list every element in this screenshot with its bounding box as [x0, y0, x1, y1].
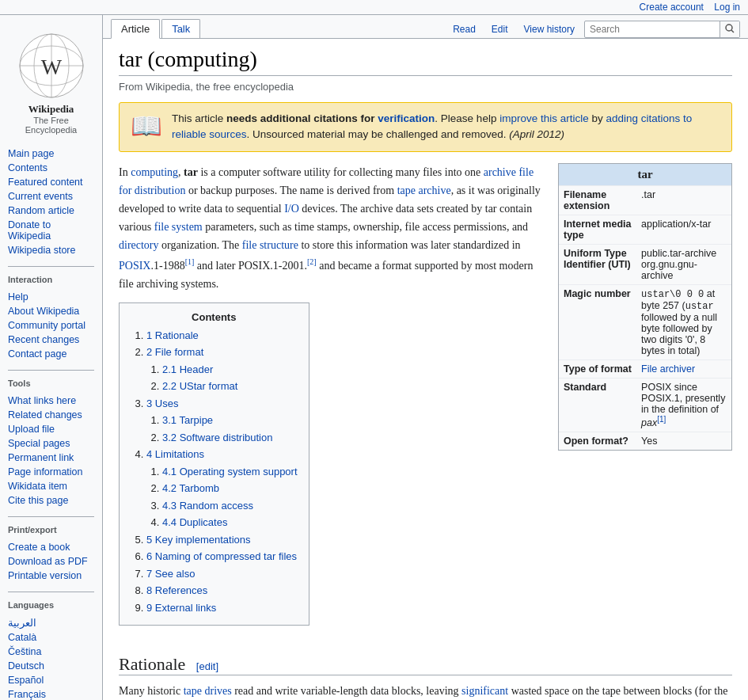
toc-link-2-2[interactable]: 2.2 UStar format	[162, 380, 237, 392]
toc-item-3: 3 Uses 3.1 Tarpipe 3.2 Software distribu…	[146, 396, 298, 446]
toc-item-2: 2 File format 2.1 Header 2.2 UStar forma…	[146, 344, 298, 394]
sidebar-item-store[interactable]: Wikipedia store	[8, 243, 94, 257]
directory-link[interactable]: directory	[119, 239, 159, 251]
toc-link-5[interactable]: 5 Key implementations	[146, 534, 251, 546]
tab-talk[interactable]: Talk	[161, 19, 200, 38]
toc-link-4-3[interactable]: 4.3 Random access	[162, 500, 253, 512]
filesystem-link[interactable]: file system	[154, 221, 203, 233]
tape-drives-link[interactable]: tape drives	[184, 685, 232, 697]
infobox-row-filename: Filename extension .tar	[559, 185, 731, 215]
svg-line-7	[731, 30, 734, 32]
article: tar (computing) From Wikipedia, the free…	[103, 39, 748, 700]
sidebar-lang-deutsch[interactable]: Deutsch	[8, 659, 94, 673]
toc-item-9: 9 External links	[146, 600, 298, 616]
toc-link-2[interactable]: 2 File format	[146, 346, 203, 358]
sidebar-item-create-book[interactable]: Create a book	[8, 540, 94, 554]
sidebar-divider-4	[8, 592, 94, 592]
infobox-value-type: File archiver	[636, 360, 731, 378]
infobox-table: Filename extension .tar Internet media t…	[559, 185, 731, 450]
infobox-label-media-type: Internet media type	[559, 215, 636, 244]
top-bar: Create account Log in	[0, 0, 748, 15]
infobox-row-open: Open format? Yes	[559, 432, 731, 450]
toc-link-3[interactable]: 3 Uses	[146, 398, 178, 409]
sidebar-lang-espanol[interactable]: Español	[8, 673, 94, 687]
sidebar-item-contact[interactable]: Contact page	[8, 347, 94, 361]
toc-link-4[interactable]: 4 Limitations	[146, 448, 204, 460]
sidebar-item-special-pages[interactable]: Special pages	[8, 436, 94, 451]
toc-link-3-2[interactable]: 3.2 Software distribution	[162, 432, 272, 443]
toc-link-4-4[interactable]: 4.4 Duplicates	[162, 516, 227, 528]
sidebar-item-donate[interactable]: Donate to Wikipedia	[8, 218, 94, 243]
toc-link-6[interactable]: 6 Naming of compressed tar files	[146, 550, 297, 562]
sidebar-item-printable[interactable]: Printable version	[8, 569, 94, 583]
toc-link-8[interactable]: 8 References	[146, 584, 207, 596]
notice-text: This article needs additional citations …	[172, 111, 720, 143]
toc-link-4-2[interactable]: 4.2 Tarbomb	[162, 482, 219, 494]
sidebar-print-label: Print/export	[0, 522, 102, 536]
infobox: tar Filename extension .tar Internet med…	[558, 163, 732, 451]
view-history-link[interactable]: View history	[518, 21, 581, 38]
sidebar-interaction-label: Interaction	[0, 272, 102, 286]
toc-item-4-1: 4.1 Operating system support	[162, 464, 298, 480]
verification-link[interactable]: verification	[378, 112, 435, 124]
sidebar-lang-cestina[interactable]: Čeština	[8, 645, 94, 659]
search-button[interactable]	[720, 21, 739, 37]
toc-link-2-1[interactable]: 2.1 Header	[162, 363, 213, 375]
sidebar-item-help[interactable]: Help	[8, 290, 94, 304]
rationale-edit-link[interactable]: edit	[199, 660, 215, 672]
ref2-link[interactable]: [2]	[307, 257, 317, 266]
toc-item-2-2: 2.2 UStar format	[162, 379, 298, 394]
ref1-link[interactable]: [1]	[185, 257, 195, 266]
posix-link[interactable]: POSIX	[119, 260, 150, 272]
sidebar-item-download-pdf[interactable]: Download as PDF	[8, 554, 94, 569]
sidebar-item-wikidata[interactable]: Wikidata item	[8, 479, 94, 493]
sidebar-item-related-changes[interactable]: Related changes	[8, 408, 94, 422]
infobox-row-magic: Magic number ustar\0 0 0 at byte 257 (us…	[559, 284, 731, 360]
sidebar-item-random-article[interactable]: Random article	[8, 204, 94, 218]
toc-link-3-1[interactable]: 3.1 Tarpipe	[162, 414, 213, 426]
sidebar-tools-section: What links here Related changes Upload f…	[0, 390, 102, 512]
significant-link[interactable]: significant	[461, 685, 508, 697]
search-icon	[725, 24, 735, 33]
article-tagline: From Wikipedia, the free encyclopedia	[119, 81, 732, 93]
toc-link-4-1[interactable]: 4.1 Operating system support	[162, 466, 298, 477]
edit-link[interactable]: Edit	[485, 21, 514, 38]
sidebar-item-featured-content[interactable]: Featured content	[8, 175, 94, 189]
create-account-link[interactable]: Create account	[640, 2, 704, 13]
archive-file-link[interactable]: archive file for distribution	[119, 166, 533, 196]
computing-link[interactable]: computing	[131, 166, 178, 178]
sidebar-lang-catala[interactable]: Català	[8, 630, 94, 645]
io-link[interactable]: I/O	[284, 203, 299, 215]
sidebar-item-cite-page[interactable]: Cite this page	[8, 493, 94, 508]
sidebar-logo-title: Wikipedia	[8, 103, 94, 116]
file-structure-link[interactable]: file structure	[242, 239, 298, 251]
infobox-value-standard: POSIX since POSIX.1, presently in the de…	[636, 378, 731, 432]
tab-article[interactable]: Article	[111, 19, 160, 39]
toc-link-9[interactable]: 9 External links	[146, 602, 216, 614]
sidebar-item-contents[interactable]: Contents	[8, 161, 94, 175]
tape-archive-link[interactable]: tape archive	[397, 185, 451, 196]
search-box	[584, 21, 740, 38]
toc-link-1[interactable]: 1 Rationale	[146, 329, 199, 341]
log-in-link[interactable]: Log in	[714, 2, 740, 13]
pax-ref[interactable]: [1]	[657, 415, 666, 424]
sidebar-lang-francais[interactable]: Français	[8, 687, 94, 700]
search-input[interactable]	[585, 21, 720, 37]
improve-article-link[interactable]: improve this article	[499, 112, 589, 124]
sidebar-item-page-info[interactable]: Page information	[8, 465, 94, 479]
sidebar-item-main-page[interactable]: Main page	[8, 146, 94, 161]
sidebar-languages-section: العربية Català Čeština Deutsch Español F…	[0, 611, 102, 700]
sidebar-item-recent-changes[interactable]: Recent changes	[8, 333, 94, 347]
sidebar-item-permanent-link[interactable]: Permanent link	[8, 451, 94, 465]
sidebar-item-what-links[interactable]: What links here	[8, 394, 94, 408]
sidebar-item-about[interactable]: About Wikipedia	[8, 304, 94, 318]
sidebar-lang-arabic[interactable]: العربية	[8, 615, 94, 630]
sidebar-item-current-events[interactable]: Current events	[8, 189, 94, 204]
read-link[interactable]: Read	[446, 21, 482, 38]
sidebar-item-community-portal[interactable]: Community portal	[8, 318, 94, 333]
infobox-label-filename: Filename extension	[559, 185, 636, 215]
rationale-edit-span: [edit]	[196, 660, 218, 672]
toc-link-7[interactable]: 7 See also	[146, 568, 195, 580]
sidebar-item-upload-file[interactable]: Upload file	[8, 422, 94, 436]
file-archiver-link[interactable]: File archiver	[641, 363, 695, 375]
